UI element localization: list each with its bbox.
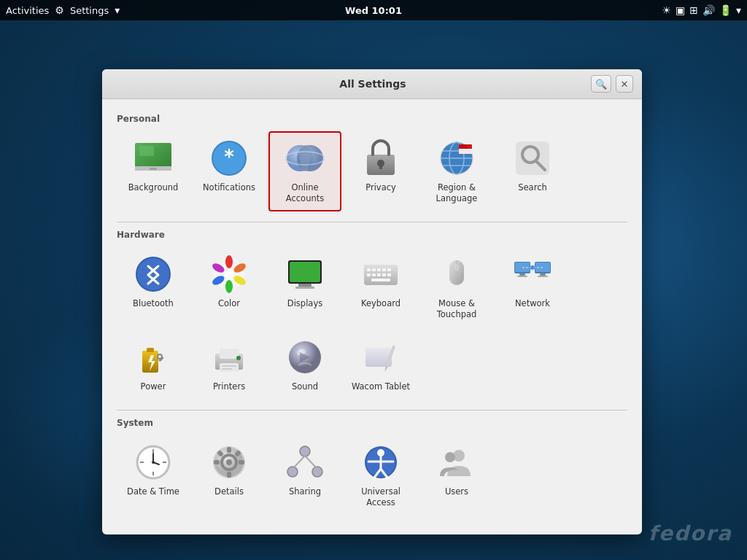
svg-point-79 [236,356,241,360]
svg-point-106 [287,467,298,477]
settings-content: Personal [102,99,642,534]
network-icon [513,254,552,294]
svg-rect-60 [517,276,527,277]
svg-rect-77 [222,365,236,367]
system-divider [117,410,627,411]
wacom-tablet-icon [361,338,400,377]
svg-point-72 [158,354,162,359]
dialog-title: All Settings [155,78,591,90]
svg-rect-38 [298,284,311,287]
svg-rect-22 [459,149,472,154]
section-system-label: System [117,418,627,428]
color-label: Color [218,298,240,309]
settings-item-details[interactable]: Details [193,435,266,516]
sound-icon [285,338,325,377]
settings-item-keyboard[interactable]: Keyboard [344,247,417,327]
settings-item-online-accounts[interactable]: Online Accounts [268,131,341,211]
color-icon [209,254,249,294]
svg-point-29 [225,255,233,268]
svg-rect-48 [372,273,376,276]
settings-item-sharing[interactable]: Sharing [268,435,341,516]
personal-items-grid: Background * Notifications [117,131,627,211]
power-icon [133,338,173,377]
settings-item-sound[interactable]: Sound [268,330,341,400]
svg-point-27 [137,258,169,290]
svg-rect-15 [379,164,382,169]
fedora-watermark: fedora [649,521,732,545]
displays-icon [285,254,325,294]
search-icon: 🔍 [595,79,607,90]
settings-item-date-time[interactable]: Date & Time [117,435,190,516]
all-settings-dialog: All Settings 🔍 ✕ Personal [102,69,642,534]
activities-button[interactable]: Activities [6,5,49,16]
settings-menu[interactable]: Settings [70,5,109,16]
bluetooth-label: Bluetooth [133,298,174,309]
settings-item-wacom-tablet[interactable]: Wacom Tablet [344,330,417,400]
screenshot-icon[interactable]: ▣ [676,4,685,16]
settings-item-bluetooth[interactable]: Bluetooth [117,247,190,327]
settings-item-color[interactable]: Color [193,247,266,327]
notifications-icon: * [209,139,249,178]
svg-rect-76 [220,363,239,372]
svg-rect-99 [227,447,231,453]
svg-point-107 [312,467,322,477]
settings-item-region-language[interactable]: Region & Language [420,131,493,211]
settings-item-power[interactable]: Power [117,330,190,400]
volume-icon[interactable]: 🔊 [703,4,715,16]
power-label: Power [141,381,166,392]
settings-icon: ⚙ [55,4,64,16]
svg-rect-46 [387,268,391,271]
svg-rect-101 [214,460,220,464]
printers-label: Printers [213,381,245,392]
svg-line-108 [294,456,305,467]
background-label: Background [128,182,179,193]
mouse-touchpad-label: Mouse & Touchpad [425,298,489,320]
search-settings-icon [513,139,552,178]
settings-item-background[interactable]: Background [117,131,190,211]
svg-rect-50 [382,273,386,276]
network-status-icon[interactable]: ⊞ [689,4,698,16]
settings-item-displays[interactable]: Displays [268,247,341,327]
close-icon: ✕ [621,79,629,90]
settings-item-printers[interactable]: Printers [193,330,266,400]
details-label: Details [214,486,244,497]
svg-rect-51 [387,273,391,276]
settings-item-privacy[interactable]: Privacy [344,131,417,211]
settings-item-network[interactable]: Network [496,247,569,327]
svg-rect-56 [454,264,459,271]
region-language-label: Region & Language [425,182,489,204]
bluetooth-icon [133,254,173,294]
region-language-icon [437,139,476,178]
settings-item-universal-access[interactable]: Universal Access [344,435,417,516]
details-icon [209,443,249,482]
settings-dropdown-icon: ▾ [115,4,120,16]
hardware-divider [117,222,627,222]
svg-rect-63 [540,273,546,276]
system-items-grid: Date & Time [117,435,627,516]
online-accounts-icon [285,139,325,178]
battery-icon[interactable]: 🔋 [719,4,732,16]
close-button[interactable]: ✕ [616,75,633,93]
svg-rect-59 [519,273,525,276]
brightness-icon[interactable]: ☀ [662,4,671,16]
settings-item-mouse-touchpad[interactable]: Mouse & Touchpad [420,247,493,327]
system-menu-icon[interactable]: ▾ [736,4,741,16]
svg-rect-45 [382,268,386,271]
svg-rect-37 [290,262,320,282]
taskbar: Activities ⚙ Settings ▾ Wed 10:01 ☀ ▣ ⊞ … [0,0,747,20]
svg-rect-42 [367,268,371,271]
svg-rect-49 [377,273,381,276]
settings-item-users[interactable]: Users [420,435,493,516]
date-time-label: Date & Time [127,486,179,497]
wacom-tablet-label: Wacom Tablet [352,381,410,392]
network-label: Network [515,298,550,309]
svg-rect-75 [220,349,239,359]
background-icon [133,139,173,178]
settings-item-search[interactable]: Search [496,131,569,211]
settings-item-notifications[interactable]: * Notifications [193,131,266,211]
sound-label: Sound [292,381,318,392]
universal-access-icon [361,443,400,482]
universal-access-label: Universal Access [349,486,413,508]
dialog-titlebar: All Settings 🔍 ✕ [102,69,642,99]
search-button[interactable]: 🔍 [591,75,611,93]
